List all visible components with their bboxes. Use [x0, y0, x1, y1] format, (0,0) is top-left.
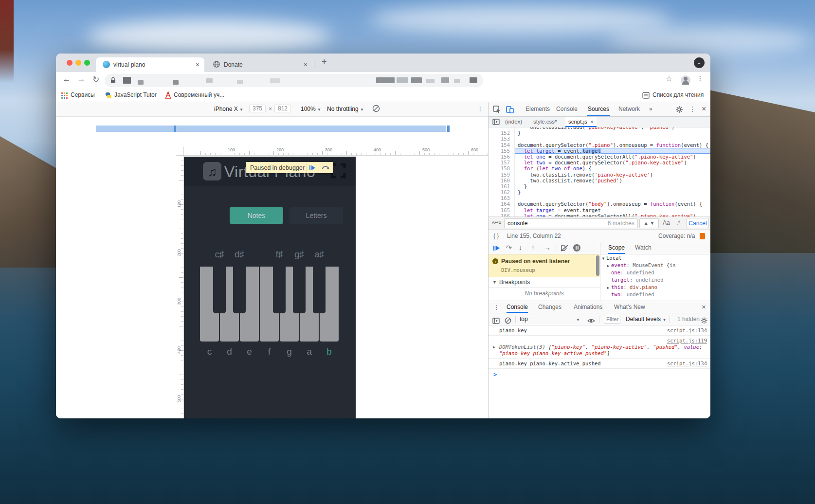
inspect-cursor-icon[interactable] — [493, 106, 501, 115]
replace-toggle-icon[interactable]: A↩B — [492, 220, 502, 225]
code-line-number[interactable]: 158 — [489, 165, 515, 171]
code-line-number[interactable]: 164 — [489, 201, 515, 207]
cancel-search-button[interactable]: Cancel — [687, 218, 709, 228]
new-tab-button[interactable]: + — [322, 57, 327, 67]
back-icon[interactable]: ← — [61, 74, 72, 84]
code-line-number[interactable]: 152 — [489, 130, 515, 136]
piano-black-key[interactable] — [313, 267, 326, 313]
resume-button[interactable] — [493, 245, 500, 253]
console-filter-input[interactable]: Filter — [604, 315, 620, 324]
file-tab-script.js[interactable]: script.js× — [565, 117, 597, 127]
profile-avatar[interactable] — [681, 75, 690, 85]
devtools-tab-elements[interactable]: Elements — [525, 102, 551, 116]
device-select[interactable]: iPhone X ▼ — [214, 106, 243, 112]
bookmark-modern-textbook[interactable]: Современный уч... — [174, 91, 224, 98]
devtools-tab-network[interactable]: Network — [617, 102, 641, 116]
address-bar[interactable] — [105, 74, 483, 87]
code-line-number[interactable]: 155 — [489, 148, 515, 154]
step-out-button[interactable]: ↑ — [531, 244, 535, 252]
step-into-button[interactable]: ↓ — [519, 244, 522, 252]
source-link[interactable]: script.js:134 — [667, 360, 707, 367]
chrome-menu-icon[interactable]: ⋮ — [694, 74, 706, 82]
regex-button[interactable]: .* — [676, 219, 680, 226]
execution-context-select[interactable]: top — [520, 313, 528, 325]
code-line-number[interactable]: 163 — [489, 195, 515, 201]
code-line-number[interactable]: 162 — [489, 189, 515, 195]
close-window-button[interactable] — [67, 60, 72, 66]
piano-black-key[interactable] — [293, 267, 306, 313]
zoom-select[interactable]: 100% ▼ — [301, 106, 321, 112]
settings-gear-icon[interactable] — [675, 106, 683, 115]
drawer-tab-changes[interactable]: Changes — [538, 301, 561, 313]
file-tab-style.css[interactable]: style.css* — [530, 117, 560, 127]
media-query-marker[interactable] — [174, 126, 176, 132]
mode-tab-notes[interactable]: Notes — [230, 207, 283, 224]
mode-tab-letters[interactable]: Letters — [290, 207, 343, 224]
source-link[interactable]: script.js:134 — [667, 327, 707, 334]
close-tab-icon[interactable]: × — [196, 61, 199, 69]
devtools-menu-icon[interactable]: ⋮ — [689, 105, 696, 113]
close-tab-icon[interactable]: × — [304, 61, 308, 69]
search-input[interactable]: 6 matches console — [504, 218, 638, 228]
viewport-width-field[interactable]: 375 — [249, 105, 266, 112]
device-toolbar-toggle-icon[interactable] — [506, 106, 514, 115]
tab-scope[interactable]: Scope — [608, 242, 625, 254]
close-devtools-icon[interactable]: × — [702, 105, 706, 113]
piano-black-key[interactable] — [273, 267, 286, 313]
code-line-number[interactable]: 166 — [489, 213, 515, 216]
step-over-icon[interactable] — [322, 164, 329, 173]
pretty-print-icon[interactable]: { } — [493, 230, 499, 242]
console-message[interactable]: script.js:134piano-key — [489, 325, 710, 336]
console-message[interactable]: script.js:119▶DOMTokenList(3) ["piano-ke… — [489, 336, 710, 359]
file-tab-index[interactable]: (index) — [502, 117, 525, 127]
drawer-tab-console[interactable]: Console — [507, 301, 528, 313]
resume-script-icon[interactable] — [309, 164, 316, 173]
console-message[interactable]: script.js:134piano-key piano-key-active … — [489, 359, 710, 369]
search-prev-next-buttons[interactable]: ▲ ▼ — [639, 218, 659, 228]
tab-watch[interactable]: Watch — [635, 242, 652, 254]
bookmark-javascript-tutor[interactable]: JavaScript Tutor — [114, 91, 157, 98]
source-editor[interactable]: one.classList.add('piano-key-active', 'p… — [489, 127, 710, 216]
close-file-tab-icon[interactable]: × — [590, 119, 594, 125]
forward-icon[interactable]: → — [75, 74, 87, 84]
collapse-arrow-icon[interactable]: ▼ — [600, 255, 606, 262]
bookmark-services[interactable]: Сервисы — [71, 91, 95, 98]
code-line-number[interactable]: 159 — [489, 172, 515, 178]
reload-icon[interactable]: ↻ — [90, 74, 102, 85]
zoom-window-button[interactable] — [84, 60, 90, 66]
console-prompt[interactable]: > — [489, 369, 710, 378]
code-line-number[interactable]: 153 — [489, 136, 515, 142]
throttling-select[interactable]: No throttling ▼ — [327, 106, 364, 112]
more-tabs-chevron[interactable]: » — [648, 102, 653, 116]
drawer-tab-whatsnew[interactable]: What's New — [614, 301, 645, 313]
expand-arrow-icon[interactable]: ▶ — [493, 344, 495, 350]
code-line-number[interactable]: 165 — [489, 207, 515, 213]
hidden-messages-count[interactable]: 1 hidden — [677, 313, 700, 325]
browser-controls-button[interactable]: ⌄ — [694, 57, 705, 68]
piano-black-key[interactable] — [233, 267, 246, 313]
devtools-tab-sources[interactable]: Sources — [587, 102, 610, 116]
apps-grid-icon[interactable] — [61, 92, 68, 99]
close-drawer-icon[interactable]: × — [702, 303, 706, 311]
log-levels-select[interactable]: Default levels ▼ — [626, 313, 666, 326]
viewport-height-field[interactable]: 812 — [274, 105, 291, 112]
collapse-arrow-icon[interactable]: ▼ — [492, 277, 497, 288]
reading-list-label[interactable]: Список для чтения — [652, 91, 704, 98]
device-toolbar-menu-icon[interactable]: ⋮ — [477, 106, 483, 112]
minimize-window-button[interactable] — [75, 60, 81, 66]
drawer-tab-animations[interactable]: Animations — [574, 301, 602, 313]
bookmark-star-icon[interactable]: ☆ — [663, 74, 675, 83]
code-line-number[interactable]: 157 — [489, 160, 515, 165]
expand-arrow-icon[interactable]: ▶ — [605, 284, 611, 291]
piano-black-key[interactable] — [213, 267, 226, 313]
pause-on-exceptions-icon[interactable] — [573, 244, 580, 252]
code-line-number[interactable]: 156 — [489, 154, 515, 160]
source-link[interactable]: script.js:119 — [503, 338, 707, 344]
devtools-tab-console[interactable]: Console — [555, 102, 579, 116]
tab-virtual-piano[interactable]: virtual-piano × — [96, 57, 204, 72]
expand-arrow-icon[interactable]: ▶ — [605, 262, 611, 270]
code-line-number[interactable]: 161 — [489, 183, 515, 189]
drawer-menu-icon[interactable]: ⋮ — [493, 304, 500, 311]
code-line-number[interactable]: 154 — [489, 142, 515, 148]
navigator-toggle-icon[interactable] — [492, 119, 500, 126]
